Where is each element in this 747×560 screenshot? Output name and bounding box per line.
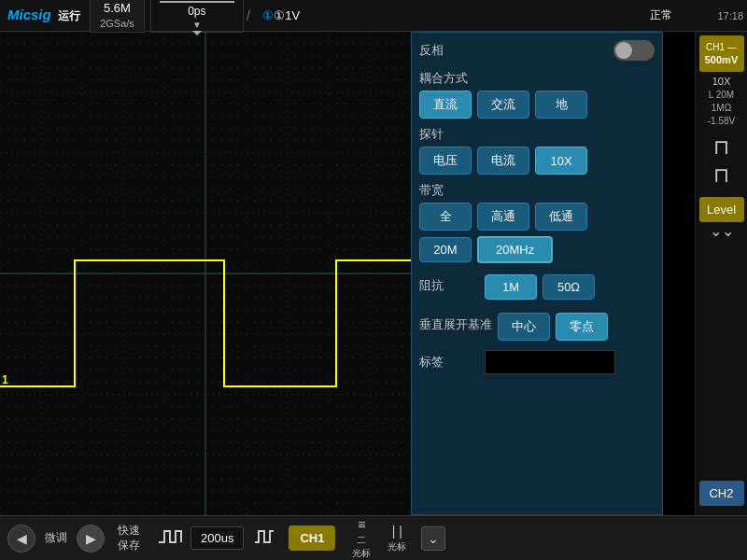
ch1-sidebar-label: CH1 — 500mV [699,35,744,72]
square-wave-icon-2: ⊓ [713,163,729,188]
top-bar: Micsig 运行 5.6M 2GSa/s 0ps ▼ / ①①1V 正常 17… [0,0,747,32]
imp-1m-btn[interactable]: 1M [485,274,537,300]
vert-zero-btn[interactable]: 零点 [556,313,608,341]
scope-area: 1 [0,32,411,515]
invert-row: 反相 [419,40,655,61]
vert-buttons: 中心 零点 [498,313,608,341]
bw-20mhz-selected[interactable]: 20MHz [477,236,553,263]
ch1-bottom-label: CH1 [300,531,324,545]
timebase-value: 0ps [188,5,205,18]
timebase-display[interactable]: 0ps ▼ [150,0,244,33]
coupling-ac-btn[interactable]: 交流 [477,91,529,119]
waveform-svg [0,32,411,515]
invert-toggle[interactable] [613,40,655,61]
settings-panel: 反相 耦合方式 直流 交流 地 探针 电压 电流 10X 带宽 全 高通 低通 … [411,32,663,515]
save-line1: 快速 [118,524,140,539]
vert-label: 垂直展开基准 [419,316,494,333]
impedance-buttons: 1M 50Ω [485,274,595,300]
rewind-button[interactable]: ◀ [7,525,35,553]
bw-second-row: 20M 20MHz [419,236,655,263]
vert-center-btn[interactable]: 中心 [498,313,550,341]
cursor1-label: 二光标 [352,534,371,560]
bw-group: 全 高通 低通 [419,203,655,231]
wave-right-icon [253,524,275,553]
coupling-label: 耦合方式 [419,70,655,87]
cursor2-button[interactable]: | | 光标 [382,522,412,555]
freq-block: 5.6M 2GSa/s [90,0,145,33]
logo: Micsig 运行 [0,7,86,24]
ch1-header-label: ①①1V [262,8,300,22]
save-button[interactable]: 快速 保存 [114,522,144,554]
tag-input[interactable] [485,350,615,374]
ch1-mv: 500mV [703,53,740,66]
normal-status: 正常 [650,7,672,23]
cursor1-icon: ≡ [358,517,365,532]
toggle-knob [615,42,632,59]
bw-low-btn[interactable]: 低通 [535,203,587,231]
wave-left-icon [157,524,185,553]
bottom-bar: ◀ 微调 ▶ 快速 保存 200us CH1 ≡ 二光标 | | 光标 ⌄ [0,515,747,560]
timebase-bottom[interactable]: 200us [190,526,244,550]
freq-main: 5.6M [100,1,134,17]
fine-label: 微调 [41,529,71,548]
ch1-info: L 20M 1MΩ -1.58V [708,89,735,128]
right-sidebar: CH1 — 500mV 10X L 20M 1MΩ -1.58V ⊓ ⊓ Lev… [695,32,747,515]
probe-group: 电压 电流 10X [419,147,655,175]
probe-10x-btn[interactable]: 10X [535,147,587,175]
freq-sub: 2GSa/s [100,17,134,30]
bw-all-btn[interactable]: 全 [419,203,472,231]
tag-row: 标签 [419,350,655,374]
dropdown-button[interactable]: ⌄ [421,526,445,551]
level-arrows: ⌄⌄ [710,224,734,239]
separator: / [247,7,250,24]
magnify-label: 10X [712,76,731,87]
ch1-label: CH1 — [703,41,740,53]
status-label: 运行 [58,9,80,22]
probe-voltage-btn[interactable]: 电压 [419,147,472,175]
imp-50-btn[interactable]: 50Ω [543,274,595,300]
impedance-label: 阻抗 [419,277,475,294]
ch1-bottom-button[interactable]: CH1 [289,525,335,551]
bw-label: 带宽 [419,182,655,199]
ch1-marker: 1 [2,373,8,386]
bw-20m-btn[interactable]: 20M [419,237,472,262]
square-wave-icon-1: ⊓ [713,135,729,160]
level-down-arrow[interactable]: ⌄⌄ [710,224,734,239]
probe-label: 探针 [419,126,655,143]
cursor1-button[interactable]: ≡ 二光标 [346,515,376,561]
tag-label: 标签 [419,354,475,371]
bw-high-btn[interactable]: 高通 [477,203,529,231]
cursor2-icon: | | [392,524,402,539]
probe-current-btn[interactable]: 电流 [477,147,529,175]
coupling-gnd-btn[interactable]: 地 [535,91,587,119]
cursor2-label: 光标 [388,540,406,553]
ch2-button[interactable]: CH2 [699,481,744,506]
level-button[interactable]: Level [699,197,744,222]
play-button[interactable]: ▶ [77,525,105,553]
coupling-dc-btn[interactable]: 直流 [419,91,472,119]
save-line2: 保存 [118,539,140,553]
vert-row: 垂直展开基准 中心 零点 [419,309,655,341]
impedance-row: 阻抗 1M 50Ω [419,271,655,300]
coupling-group: 直流 交流 地 [419,91,655,119]
invert-label: 反相 [419,42,475,59]
time-display: 17:18 [717,10,743,21]
